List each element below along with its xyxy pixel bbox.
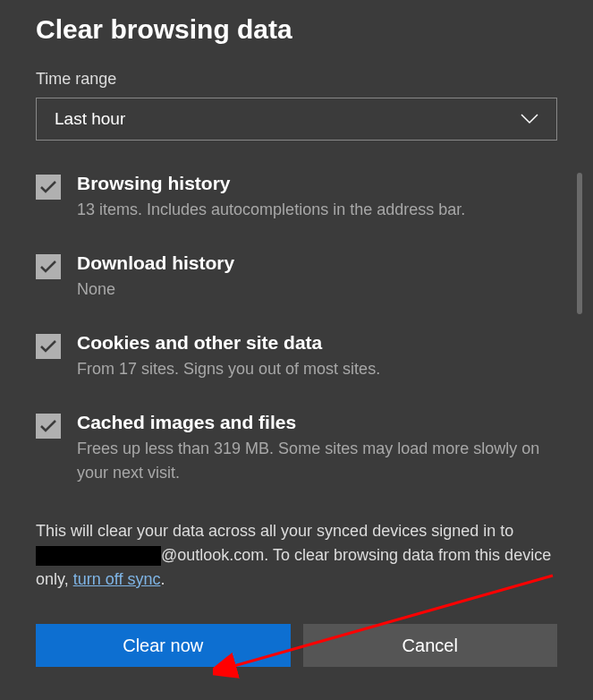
time-range-label: Time range — [36, 70, 557, 89]
checkbox-cached[interactable] — [36, 414, 61, 439]
option-desc: From 17 sites. Signs you out of most sit… — [77, 357, 557, 381]
option-title: Cached images and files — [77, 412, 557, 433]
clear-now-button[interactable]: Clear now — [36, 624, 291, 667]
footer-part1: This will clear your data across all you… — [36, 522, 513, 540]
checkmark-icon — [40, 260, 56, 273]
option-browsing-history: Browsing history 13 items. Includes auto… — [36, 173, 557, 222]
dialog-title: Clear browsing data — [36, 14, 557, 45]
scrollbar[interactable] — [577, 173, 582, 314]
redacted-email — [36, 546, 161, 566]
checkbox-download-history[interactable] — [36, 254, 61, 279]
option-cached: Cached images and files Frees up less th… — [36, 412, 557, 485]
cancel-button[interactable]: Cancel — [303, 624, 558, 667]
chevron-down-icon — [521, 114, 538, 124]
button-row: Clear now Cancel — [36, 624, 557, 667]
option-download-history: Download history None — [36, 252, 557, 302]
option-cookies: Cookies and other site data From 17 site… — [36, 332, 557, 381]
checkbox-browsing-history[interactable] — [36, 175, 61, 200]
options-list: Browsing history 13 items. Includes auto… — [36, 173, 557, 485]
option-title: Download history — [77, 252, 557, 274]
sync-warning-text: This will clear your data across all you… — [36, 519, 557, 592]
option-desc: None — [77, 277, 557, 302]
footer-part3: . — [160, 570, 165, 588]
time-range-dropdown[interactable]: Last hour — [36, 98, 557, 141]
checkmark-icon — [40, 340, 56, 353]
checkmark-icon — [40, 420, 56, 432]
turn-off-sync-link[interactable]: turn off sync — [73, 570, 161, 588]
checkmark-icon — [40, 181, 56, 193]
option-desc: Frees up less than 319 MB. Some sites ma… — [77, 437, 557, 485]
option-desc: 13 items. Includes autocompletions in th… — [77, 198, 557, 222]
footer-email-domain: @outlook.com — [161, 546, 264, 564]
option-title: Browsing history — [77, 173, 557, 194]
option-title: Cookies and other site data — [77, 332, 557, 354]
checkbox-cookies[interactable] — [36, 334, 61, 359]
time-range-value: Last hour — [55, 109, 125, 129]
